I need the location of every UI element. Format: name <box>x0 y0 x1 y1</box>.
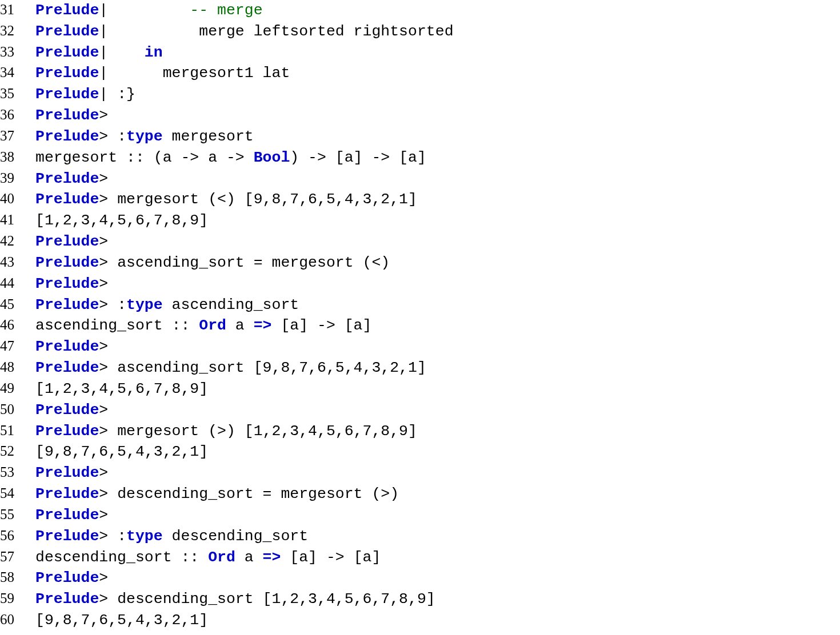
code-line: 45Prelude> :type ascending_sort <box>0 295 840 316</box>
prompt-keyword: Prelude <box>35 464 99 481</box>
code-content: Prelude> descending_sort [1,2,3,4,5,6,7,… <box>35 589 435 610</box>
code-line: 42Prelude> <box>0 231 840 252</box>
code-text: > mergesort (>) [1,2,3,4,5,6,7,8,9] <box>99 423 417 440</box>
line-number: 40 <box>0 189 35 209</box>
code-content: Prelude| in <box>35 42 163 63</box>
code-content: Prelude> ascending_sort [9,8,7,6,5,4,3,2… <box>35 357 426 379</box>
code-line: 34Prelude| mergesort1 lat <box>0 63 840 84</box>
code-line: 55Prelude> <box>0 505 840 526</box>
code-text: ascending_sort :: <box>35 317 199 334</box>
prompt-keyword: Prelude <box>35 254 99 271</box>
keyword: Ord <box>208 549 235 566</box>
code-line: 46ascending_sort :: Ord a => [a] -> [a] <box>0 315 840 336</box>
code-line: 60[9,8,7,6,5,4,3,2,1] <box>0 610 840 631</box>
prompt-keyword: Prelude <box>35 2 99 19</box>
keyword: type <box>126 128 163 145</box>
code-line: 41[1,2,3,4,5,6,7,8,9] <box>0 210 840 231</box>
prompt-keyword: Prelude <box>35 423 99 440</box>
keyword: type <box>126 296 163 314</box>
code-text: | :} <box>99 86 135 103</box>
code-text: a <box>226 317 254 334</box>
prompt-keyword: Prelude <box>35 296 99 314</box>
prompt-keyword: Prelude <box>35 507 99 524</box>
line-number: 50 <box>0 400 35 420</box>
code-content: ascending_sort :: Ord a => [a] -> [a] <box>35 315 371 336</box>
code-text: > descending_sort = mergesort (>) <box>99 485 399 503</box>
prompt-keyword: Prelude <box>35 128 99 145</box>
code-line: 43Prelude> ascending_sort = mergesort (<… <box>0 252 840 274</box>
line-number: 42 <box>0 231 35 251</box>
prompt-keyword: Prelude <box>35 528 99 545</box>
code-text: [1,2,3,4,5,6,7,8,9] <box>35 212 208 229</box>
line-number: 55 <box>0 505 35 525</box>
code-line: 44Prelude> <box>0 274 840 295</box>
code-line: 35Prelude| :} <box>0 84 840 105</box>
line-number: 47 <box>0 336 35 356</box>
code-line: 37Prelude> :type mergesort <box>0 126 840 147</box>
code-text: > : <box>99 296 126 314</box>
prompt-keyword: Prelude <box>35 107 99 124</box>
code-line: 56Prelude> :type descending_sort <box>0 526 840 547</box>
code-line: 33Prelude| in <box>0 42 840 63</box>
code-line: 58Prelude> <box>0 568 840 589</box>
line-number: 49 <box>0 379 35 399</box>
line-number: 57 <box>0 547 35 567</box>
code-text: > <box>99 507 108 524</box>
code-text: > : <box>99 128 126 145</box>
code-line: 54Prelude> descending_sort = mergesort (… <box>0 484 840 505</box>
keyword: Ord <box>199 317 226 334</box>
code-content: Prelude> descending_sort = mergesort (>) <box>35 484 399 505</box>
code-content: mergesort :: (a -> a -> Bool) -> [a] -> … <box>35 147 426 168</box>
line-number: 52 <box>0 441 35 461</box>
code-text: > <box>99 401 108 419</box>
prompt-keyword: Prelude <box>35 170 99 187</box>
line-number: 56 <box>0 526 35 546</box>
line-number: 54 <box>0 484 35 504</box>
prompt-keyword: Prelude <box>35 275 99 292</box>
keyword: type <box>126 528 163 545</box>
line-number: 41 <box>0 210 35 230</box>
keyword: => <box>263 549 281 566</box>
prompt-keyword: Prelude <box>35 191 99 208</box>
code-text: > <box>99 464 108 481</box>
code-line: 47Prelude> <box>0 336 840 357</box>
code-text: [9,8,7,6,5,4,3,2,1] <box>35 612 208 629</box>
line-number: 31 <box>0 0 35 20</box>
code-text: > <box>99 569 108 586</box>
code-text: > descending_sort [1,2,3,4,5,6,7,8,9] <box>99 590 435 608</box>
prompt-keyword: Prelude <box>35 359 99 376</box>
code-content: [9,8,7,6,5,4,3,2,1] <box>35 441 208 463</box>
code-content: Prelude> <box>35 505 108 526</box>
line-number: 59 <box>0 589 35 609</box>
line-number: 39 <box>0 168 35 188</box>
code-content: Prelude> <box>35 568 108 589</box>
code-listing: 31Prelude| -- merge32Prelude| merge left… <box>0 0 840 631</box>
keyword: in <box>145 44 163 61</box>
code-content: Prelude> mergesort (>) [1,2,3,4,5,6,7,8,… <box>35 421 417 442</box>
code-content: Prelude| merge leftsorted rightsorted <box>35 21 454 42</box>
code-content: Prelude> <box>35 105 108 126</box>
prompt-keyword: Prelude <box>35 401 99 419</box>
code-text: > <box>99 338 108 355</box>
prompt-keyword: Prelude <box>35 86 99 103</box>
line-number: 46 <box>0 315 35 335</box>
code-line: 31Prelude| -- merge <box>0 0 840 21</box>
code-text: | merge leftsorted rightsorted <box>99 23 453 40</box>
line-number: 32 <box>0 21 35 41</box>
code-content: [1,2,3,4,5,6,7,8,9] <box>35 210 208 231</box>
code-line: 39Prelude> <box>0 168 840 190</box>
code-content: [1,2,3,4,5,6,7,8,9] <box>35 379 208 400</box>
code-text: > <box>99 275 108 292</box>
prompt-keyword: Prelude <box>35 485 99 503</box>
code-text: [9,8,7,6,5,4,3,2,1] <box>35 443 208 460</box>
keyword: Bool <box>254 149 290 166</box>
code-content: Prelude> <box>35 463 108 484</box>
line-number: 33 <box>0 42 35 62</box>
code-content: Prelude> mergesort (<) [9,8,7,6,5,4,3,2,… <box>35 189 417 210</box>
code-text: > ascending_sort = mergesort (<) <box>99 254 390 271</box>
keyword: => <box>254 317 272 334</box>
code-text: > <box>99 233 108 250</box>
code-text: descending_sort :: <box>35 549 208 566</box>
code-line: 51Prelude> mergesort (>) [1,2,3,4,5,6,7,… <box>0 421 840 442</box>
line-number: 36 <box>0 105 35 125</box>
